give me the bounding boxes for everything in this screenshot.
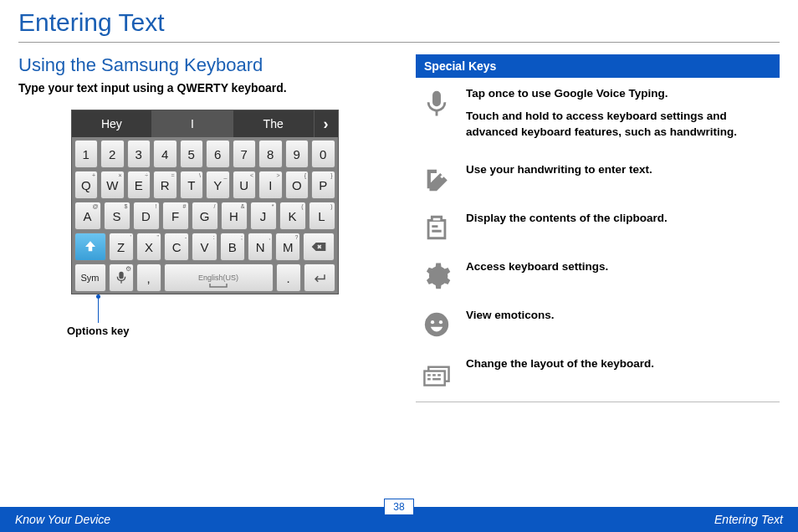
key-k: K(: [279, 202, 306, 230]
special-key-desc: Touch and hold to access keyboard settin…: [466, 109, 776, 141]
callout-line: [98, 294, 99, 323]
key-enter: [304, 263, 335, 292]
callout-label: Options key: [67, 325, 129, 337]
svg-point-0: [425, 313, 448, 336]
key-period: .: [276, 263, 301, 292]
suggestion-item: The: [233, 110, 315, 137]
key-3: 3: [127, 140, 151, 168]
gear-icon: [419, 259, 454, 293]
suggestion-more-icon: ›: [315, 110, 338, 137]
special-key-row: Change the layout of the keyboard.: [416, 348, 780, 396]
suggestion-bar: Hey I The ›: [72, 110, 338, 137]
key-t: T\: [180, 171, 204, 199]
key-h: H&: [221, 202, 248, 230]
special-key-desc: Access keyboard settings.: [466, 259, 608, 275]
svg-rect-9: [432, 378, 441, 380]
key-e: E÷: [127, 171, 151, 199]
page-number: 38: [384, 499, 414, 515]
special-key-row: View emoticons.: [416, 299, 780, 348]
key-sym: Sym: [74, 263, 106, 292]
svg-rect-7: [437, 374, 441, 376]
special-key-desc: Tap once to use Google Voice Typing.: [466, 86, 776, 102]
key-backspace: [303, 233, 335, 261]
key-f: F#: [162, 202, 189, 230]
key-d: D!: [133, 202, 160, 230]
key-1: 1: [74, 140, 99, 168]
key-i: I>: [258, 171, 283, 199]
suggestion-item: Hey: [72, 110, 153, 137]
special-key-desc: View emoticons.: [466, 308, 555, 324]
key-r: R=: [153, 171, 177, 199]
svg-rect-8: [427, 378, 431, 380]
key-y: Y_: [206, 171, 230, 199]
key-z: Z': [109, 233, 134, 261]
intro-text: Type your text input using a QWERTY keyb…: [18, 81, 391, 95]
keyboard-layout-icon: [419, 356, 454, 390]
key-v: V:: [192, 233, 217, 261]
svg-rect-5: [427, 374, 431, 376]
key-n: N,: [248, 233, 273, 261]
key-g: G/: [192, 202, 218, 230]
special-key-desc: Display the contents of the clipboard.: [466, 211, 668, 227]
special-key-row: Access keyboard settings.: [416, 251, 780, 299]
key-8: 8: [258, 140, 283, 168]
key-2: 2: [100, 140, 125, 168]
key-0: 0: [311, 140, 335, 168]
key-o: O{: [285, 171, 309, 199]
key-j: J*: [250, 202, 277, 230]
key-b: B;: [220, 233, 245, 261]
emoticon-icon: [419, 308, 454, 341]
key-w: W×: [100, 171, 125, 199]
keyboard-illustration: Hey I The › 1 2 3 4 5 6 7 8 9: [18, 110, 391, 337]
special-keys-header: Special Keys: [416, 54, 780, 78]
svg-point-1: [431, 320, 434, 324]
footer-left: Know Your Device: [15, 513, 110, 526]
footer-right: Entering Text: [714, 513, 783, 526]
key-q: Q+: [74, 171, 99, 199]
special-key-row: Use your handwriting to enter text.: [416, 154, 780, 202]
special-key-row: Display the contents of the clipboard.: [416, 202, 780, 251]
page-footer: Know Your Device 38 Entering Text: [0, 507, 798, 532]
microphone-icon: [419, 86, 454, 120]
key-5: 5: [180, 140, 204, 168]
key-u: U<: [233, 171, 257, 199]
key-x: X": [136, 233, 161, 261]
svg-point-2: [439, 320, 442, 324]
divider: [416, 402, 780, 402]
special-key-row: Tap once to use Google Voice Typing. Tou…: [416, 78, 780, 154]
svg-rect-6: [432, 374, 436, 376]
key-c: C-: [164, 233, 189, 261]
key-m: M?: [275, 233, 300, 261]
key-comma: ,: [136, 263, 161, 292]
section-title: Using the Samsung Keyboard: [18, 54, 391, 76]
key-s: S$: [104, 202, 130, 230]
page-title: Entering Text: [18, 8, 780, 43]
key-options: ⚙: [109, 263, 134, 292]
suggestion-item: I: [152, 110, 233, 137]
key-4: 4: [153, 140, 177, 168]
special-key-desc: Change the layout of the keyboard.: [466, 356, 654, 372]
key-6: 6: [206, 140, 230, 168]
handwriting-icon: [419, 162, 454, 196]
key-p: P}: [311, 171, 335, 199]
key-a: A@: [74, 202, 101, 230]
special-key-desc: Use your handwriting to enter text.: [466, 162, 652, 178]
key-9: 9: [285, 140, 309, 168]
key-l: L): [309, 202, 335, 230]
key-shift: [74, 233, 106, 261]
clipboard-icon: [419, 211, 454, 244]
key-space: English(US): [164, 263, 274, 292]
key-7: 7: [233, 140, 257, 168]
